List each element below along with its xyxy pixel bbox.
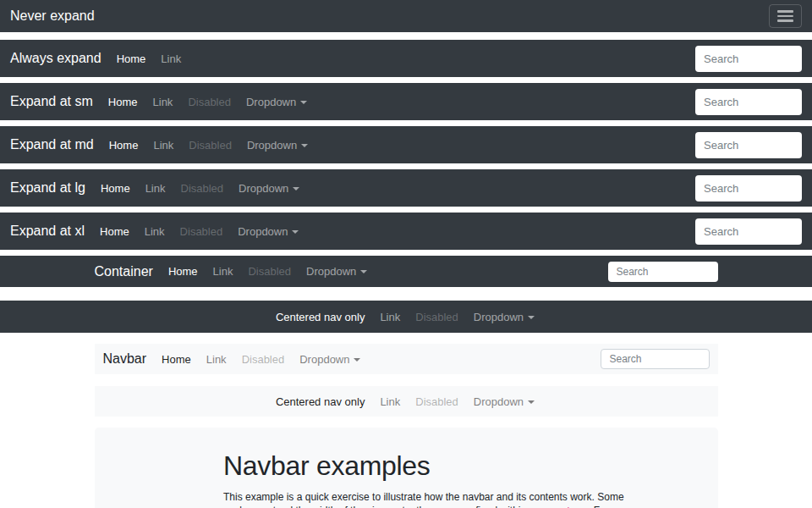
nav-link-disabled: Disabled <box>173 225 230 238</box>
nav-link-disabled: Disabled <box>181 96 238 108</box>
caret-down-icon <box>360 270 367 273</box>
intro-paragraph: This example is a quick exercise to illu… <box>223 490 589 508</box>
navbar-brand-container[interactable]: Container <box>95 264 153 279</box>
nav-link-centered-nav-only[interactable]: Centered nav only <box>269 395 372 408</box>
nav-links: HomeLinkDisabledDropdown <box>102 96 315 108</box>
nav-link-home[interactable]: Home <box>155 353 198 366</box>
nav-link-home[interactable]: Home <box>94 182 137 195</box>
search-input[interactable] <box>601 349 710 369</box>
navbar-brand-always-expand[interactable]: Always expand <box>10 51 102 66</box>
nav-link-link[interactable]: Link <box>146 139 180 152</box>
search-input[interactable] <box>695 89 802 115</box>
navbar-dark-centered: Centered nav onlyLinkDisabledDropdown <box>0 301 812 333</box>
nav-link-home[interactable]: Home <box>110 52 153 65</box>
nav-link-link[interactable]: Link <box>200 353 233 366</box>
nav-link-link[interactable]: Link <box>373 395 407 408</box>
nav-link-disabled: Disabled <box>182 139 239 152</box>
intro-line-1: This example is a quick exercise to illu… <box>223 491 624 503</box>
nav-link-disabled: Disabled <box>174 182 231 195</box>
caret-down-icon <box>293 187 299 190</box>
search-input[interactable] <box>695 175 802 202</box>
navbar-container: ContainerHomeLinkDisabledDropdown <box>0 256 812 287</box>
nav-link-dropdown[interactable]: Dropdown <box>239 96 314 108</box>
nav-link-disabled: Disabled <box>235 353 292 366</box>
nav-link-home[interactable]: Home <box>102 96 145 108</box>
nav-links: HomeLinkDisabledDropdown <box>102 139 316 152</box>
main-container: Navbar examples This example is a quick … <box>95 428 718 508</box>
navbar-brand-expand-md[interactable]: Expand at md <box>10 137 94 152</box>
page-title: Navbar examples <box>223 450 589 482</box>
nav-links: HomeLinkDisabledDropdown <box>155 353 369 366</box>
jumbotron: Navbar examples This example is a quick … <box>95 428 718 508</box>
caret-down-icon <box>528 316 535 319</box>
navbar-expand-md: Expand at mdHomeLinkDisabledDropdown <box>0 126 812 163</box>
navbar-light-navbar-wrap: NavbarHomeLinkDisabledDropdown <box>95 344 718 374</box>
nav-link-link[interactable]: Link <box>139 182 173 195</box>
navbar-light-centered-wrap: Centered nav onlyLinkDisabledDropdown <box>95 386 718 417</box>
nav-link-disabled: Disabled <box>409 395 465 408</box>
hamburger-icon <box>777 10 793 22</box>
nav-link-dropdown[interactable]: Dropdown <box>467 311 541 323</box>
search-input[interactable] <box>695 132 802 158</box>
search-input[interactable] <box>695 218 802 245</box>
nav-link-dropdown[interactable]: Dropdown <box>299 265 374 278</box>
nav-link-dropdown[interactable]: Dropdown <box>240 139 315 152</box>
navbar-brand-never-expand[interactable]: Never expand <box>10 8 95 24</box>
navbar-expand-xl: Expand at xlHomeLinkDisabledDropdown <box>0 213 812 250</box>
nav-link-link[interactable]: Link <box>146 96 180 108</box>
nav-links: Centered nav onlyLinkDisabledDropdown <box>269 311 543 323</box>
nav-link-home[interactable]: Home <box>102 139 145 152</box>
navbar-expand-lg: Expand at lgHomeLinkDisabledDropdown <box>0 169 812 207</box>
caret-down-icon <box>301 144 308 147</box>
nav-links: HomeLinkDisabledDropdown <box>94 182 308 195</box>
nav-link-link[interactable]: Link <box>373 311 407 323</box>
nav-links: Centered nav onlyLinkDisabledDropdown <box>269 395 543 408</box>
navbar-brand-expand-lg[interactable]: Expand at lg <box>10 180 85 196</box>
navbar-stack: Never expandAlways expandHomeLinkExpand … <box>0 0 812 417</box>
navbar-light-navbar: NavbarHomeLinkDisabledDropdown <box>95 344 718 374</box>
nav-link-dropdown[interactable]: Dropdown <box>467 395 541 408</box>
navbar-brand-expand-sm[interactable]: Expand at sm <box>10 94 93 109</box>
caret-down-icon <box>354 358 360 362</box>
nav-link-home[interactable]: Home <box>93 225 136 238</box>
navbar-always-expand: Always expandHomeLink <box>0 40 812 77</box>
navbar-brand-expand-xl[interactable]: Expand at xl <box>10 224 85 239</box>
navbar-container-container: ContainerHomeLinkDisabledDropdown <box>95 256 718 287</box>
caret-down-icon <box>292 230 299 234</box>
navbar-brand-light-navbar[interactable]: Navbar <box>103 351 147 367</box>
caret-down-icon <box>300 101 307 104</box>
nav-links: HomeLink <box>110 52 190 65</box>
nav-link-disabled: Disabled <box>409 311 465 323</box>
navbar-never-expand: Never expand <box>0 0 812 32</box>
nav-link-dropdown[interactable]: Dropdown <box>293 353 367 366</box>
nav-link-link[interactable]: Link <box>138 225 172 238</box>
search-input[interactable] <box>695 46 802 72</box>
nav-link-centered-nav-only[interactable]: Centered nav only <box>269 311 372 323</box>
caret-down-icon <box>528 400 535 404</box>
nav-link-disabled: Disabled <box>241 265 298 278</box>
nav-links: HomeLinkDisabledDropdown <box>162 265 376 278</box>
navbar-expand-sm: Expand at smHomeLinkDisabledDropdown <box>0 83 812 120</box>
nav-link-link[interactable]: Link <box>154 52 188 65</box>
navbar-examples-page: Never expandAlways expandHomeLinkExpand … <box>0 0 812 508</box>
nav-link-link[interactable]: Link <box>206 265 240 278</box>
nav-links: HomeLinkDisabledDropdown <box>93 225 307 238</box>
nav-link-dropdown[interactable]: Dropdown <box>231 225 305 238</box>
nav-link-home[interactable]: Home <box>162 265 205 278</box>
navbar-light-centered: Centered nav onlyLinkDisabledDropdown <box>95 386 718 417</box>
nav-link-dropdown[interactable]: Dropdown <box>232 182 306 195</box>
jumbotron-column: Navbar examples This example is a quick … <box>223 450 589 508</box>
search-input[interactable] <box>608 262 718 282</box>
intro-line-2: navbars extend the width of the viewport… <box>223 505 609 508</box>
navbar-toggler-button[interactable] <box>769 4 802 28</box>
